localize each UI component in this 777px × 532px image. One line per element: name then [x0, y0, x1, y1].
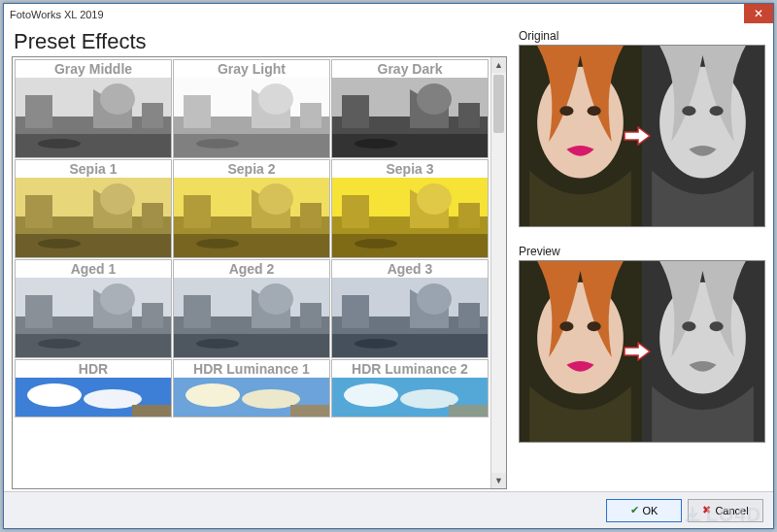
svg-rect-83	[449, 405, 488, 416]
preset-label: HDR	[16, 360, 171, 378]
dialog-footer: ✔ OK ✖ Cancel	[4, 491, 773, 528]
preset-label: Gray Dark	[332, 60, 488, 78]
svg-rect-61	[300, 303, 321, 328]
svg-point-68	[417, 283, 452, 315]
preset-sepia-1[interactable]: Sepia 1	[15, 159, 172, 258]
check-icon: ✔	[630, 504, 639, 516]
original-preview	[519, 45, 765, 227]
svg-rect-10	[184, 95, 211, 128]
svg-point-52	[100, 283, 135, 315]
svg-point-81	[344, 383, 398, 407]
svg-marker-101	[625, 343, 650, 360]
ok-button[interactable]: ✔ OK	[606, 499, 682, 522]
svg-rect-37	[300, 203, 321, 228]
svg-point-96	[588, 321, 601, 331]
titlebar: FotoWorks XL 2019 ✕	[4, 4, 773, 25]
preset-thumbnail	[332, 278, 488, 357]
svg-point-4	[100, 83, 135, 115]
app-window: FotoWorks XL 2019 ✕ Preset Effects Gray …	[3, 3, 774, 529]
svg-rect-14	[174, 134, 329, 157]
svg-rect-22	[332, 134, 488, 157]
preset-aged-2[interactable]: Aged 2	[173, 259, 330, 358]
svg-point-91	[710, 106, 724, 116]
effect-preview	[519, 260, 765, 443]
svg-point-23	[355, 139, 397, 149]
svg-point-77	[186, 383, 240, 407]
svg-rect-42	[342, 195, 369, 228]
preview-label: Preview	[519, 245, 765, 258]
svg-point-98	[659, 283, 746, 394]
preset-gray-light[interactable]: Gray Light	[173, 59, 330, 158]
cancel-icon: ✖	[702, 504, 711, 516]
preset-hdr-luminance-2[interactable]: HDR Luminance 2	[331, 359, 489, 417]
svg-point-63	[196, 339, 239, 349]
preset-thumbnail	[174, 178, 329, 257]
close-button[interactable]: ✕	[744, 4, 773, 23]
vertical-scrollbar[interactable]: ▲ ▼	[490, 57, 506, 488]
svg-point-95	[559, 321, 573, 331]
preset-label: Sepia 1	[16, 160, 171, 178]
preset-label: Aged 2	[174, 260, 329, 278]
preset-thumbnail	[16, 278, 171, 357]
svg-rect-26	[25, 195, 52, 228]
preset-hdr-luminance-1[interactable]: HDR Luminance 1	[173, 359, 330, 417]
preset-thumbnail	[174, 378, 329, 416]
preset-hdr[interactable]: HDR	[15, 359, 172, 417]
preset-gray-dark[interactable]: Gray Dark	[331, 59, 489, 158]
svg-point-15	[196, 139, 239, 149]
scroll-thumb[interactable]	[493, 75, 504, 133]
svg-point-85	[537, 67, 624, 179]
preset-sepia-2[interactable]: Sepia 2	[173, 159, 330, 258]
preset-thumbnail	[16, 378, 171, 416]
preset-label: HDR Luminance 1	[174, 360, 329, 378]
original-label: Original	[519, 29, 765, 43]
preset-aged-3[interactable]: Aged 3	[331, 259, 489, 358]
cancel-button[interactable]: ✖ Cancel	[688, 499, 763, 522]
preset-thumbnail	[174, 78, 329, 157]
window-title: FotoWorks XL 2019	[10, 9, 104, 20]
preset-label: Sepia 3	[332, 160, 488, 178]
svg-point-94	[537, 283, 624, 394]
svg-point-87	[588, 106, 601, 116]
right-panel: Original	[507, 29, 765, 489]
svg-point-55	[38, 339, 81, 349]
preset-thumbnail	[16, 78, 171, 157]
preset-thumbnail	[332, 178, 488, 257]
preset-gray-middle[interactable]: Gray Middle	[15, 59, 172, 158]
svg-rect-2	[25, 95, 52, 128]
preset-label: Aged 1	[16, 260, 171, 278]
svg-point-71	[355, 339, 397, 349]
preset-scroll-area: Gray Middle	[13, 57, 490, 488]
svg-rect-53	[142, 303, 163, 328]
svg-point-100	[710, 321, 724, 331]
cancel-label: Cancel	[715, 505, 748, 516]
preset-label: Gray Light	[174, 60, 329, 78]
scroll-down-arrow-icon[interactable]: ▼	[491, 473, 506, 488]
preset-aged-1[interactable]: Aged 1	[15, 259, 172, 358]
preset-thumbnail	[332, 78, 488, 157]
svg-point-99	[682, 321, 695, 331]
svg-rect-13	[300, 103, 321, 128]
preset-grid: Gray Middle	[15, 59, 489, 417]
preset-sepia-3[interactable]: Sepia 3	[331, 159, 489, 258]
arrow-right-icon	[623, 342, 652, 361]
preset-label: Aged 3	[332, 260, 488, 278]
svg-marker-92	[625, 127, 650, 145]
page-title: Preset Effects	[12, 29, 507, 54]
svg-point-73	[27, 383, 82, 407]
svg-point-12	[258, 83, 293, 115]
svg-rect-66	[342, 295, 369, 328]
preset-label: HDR Luminance 2	[332, 360, 488, 378]
svg-rect-62	[174, 334, 329, 357]
scroll-up-arrow-icon[interactable]: ▲	[491, 57, 506, 73]
svg-rect-5	[142, 103, 163, 128]
svg-point-36	[258, 183, 293, 215]
svg-rect-69	[458, 303, 480, 328]
svg-point-31	[38, 239, 81, 249]
svg-point-60	[258, 283, 293, 315]
svg-rect-29	[142, 203, 163, 228]
preset-label: Gray Middle	[16, 60, 171, 78]
svg-point-44	[417, 183, 452, 215]
preset-thumbnail	[16, 178, 171, 257]
svg-point-47	[355, 239, 397, 249]
